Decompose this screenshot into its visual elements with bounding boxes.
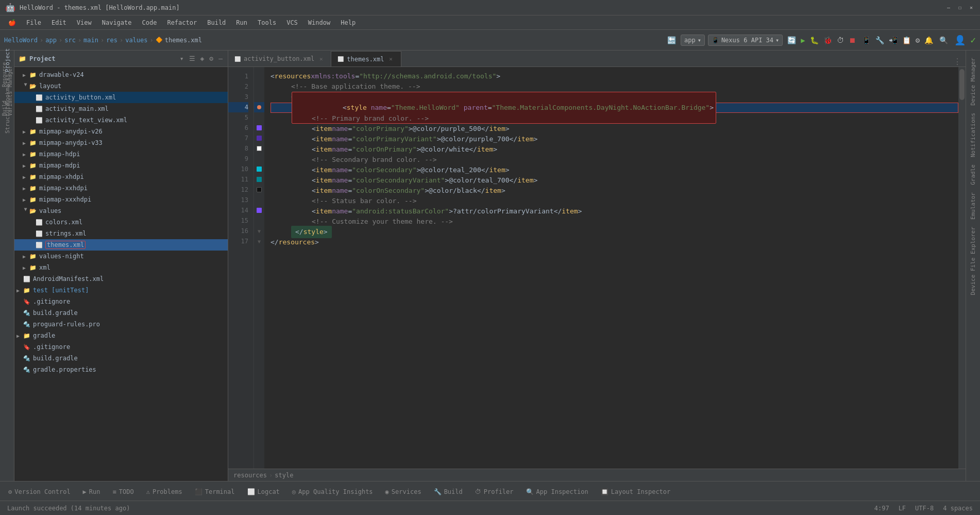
minimize-button[interactable]: — xyxy=(945,4,952,11)
git-icon[interactable]: 📋 xyxy=(901,35,913,46)
menu-run[interactable]: Run xyxy=(232,18,251,28)
tree-item-mipmap-xhdpi[interactable]: ▶ 📁 mipmap-xhdpi xyxy=(14,171,228,182)
tree-item-activity-button-xml[interactable]: ⬜ activity_button.xml xyxy=(14,92,228,103)
run-config-button[interactable]: app ▾ xyxy=(681,35,705,46)
breadcrumb-helloword[interactable]: HelloWord xyxy=(4,37,38,44)
menu-window[interactable]: Window xyxy=(304,18,334,28)
bottom-tab-todo[interactable]: ≡ TODO xyxy=(107,483,140,501)
project-options-dropdown[interactable]: ▾ xyxy=(179,54,185,63)
bottom-tab-layout-inspector[interactable]: 🔲 Layout Inspector xyxy=(595,483,677,501)
indent-setting[interactable]: 4 spaces xyxy=(940,501,976,515)
tree-item-themes-xml[interactable]: ⬜ themes.xml xyxy=(14,239,228,251)
tree-item-mipmap-mdpi[interactable]: ▶ 📁 mipmap-mdpi xyxy=(14,160,228,171)
tree-item-gradle-properties[interactable]: 🔩 gradle.properties xyxy=(14,364,228,375)
tree-item-xml[interactable]: ▶ 📁 xml xyxy=(14,262,228,273)
bottom-tab-version-control[interactable]: ⚙ Version Control xyxy=(2,483,77,501)
run-icon[interactable]: ▶ xyxy=(799,35,806,46)
device-selector-button[interactable]: 📱 Nexus 6 API 34 ▾ xyxy=(708,35,783,46)
menu-apple[interactable]: 🍎 xyxy=(4,18,20,28)
account-icon[interactable]: 👤 xyxy=(953,33,967,47)
tree-item-mipmap-xxhdpi[interactable]: ▶ 📁 mipmap-xxhdpi xyxy=(14,182,228,194)
stop-icon[interactable]: ⏹ xyxy=(847,35,857,46)
tree-item-values-night[interactable]: ▶ 📁 values-night xyxy=(14,251,228,262)
back-icon[interactable]: 🔙 xyxy=(666,35,678,46)
breadcrumb-resources[interactable]: resources xyxy=(233,472,267,479)
tree-item-colors-xml[interactable]: ⬜ colors.xml xyxy=(14,217,228,228)
tree-item-mipmap-anydpi-v26[interactable]: ▶ 📁 mipmap-anydpi-v26 xyxy=(14,126,228,137)
code-editor[interactable]: 1 2 3 4 5 6 7 8 9 10 11 12 13 14 15 16 1… xyxy=(228,67,966,469)
project-collapse-all-button[interactable]: ☰ xyxy=(188,54,196,63)
bottom-tab-build[interactable]: 🔧 Build xyxy=(428,483,469,501)
tree-item-gradle-folder[interactable]: ▶ 📁 gradle xyxy=(14,330,228,341)
bottom-tab-services[interactable]: ◉ Services xyxy=(379,483,428,501)
bottom-tab-profiler[interactable]: ⏱ Profiler xyxy=(469,483,520,501)
collapse-icon[interactable]: ▼ xyxy=(258,239,261,244)
search-everywhere-icon[interactable]: 🔍 xyxy=(938,35,950,46)
breadcrumb-style[interactable]: style xyxy=(275,472,293,479)
tree-item-test[interactable]: ▶ 📁 test [unitTest] xyxy=(14,285,228,296)
avd-icon[interactable]: 📲 xyxy=(887,35,899,46)
menu-edit[interactable]: Edit xyxy=(47,18,71,28)
sync-icon[interactable]: 🔄 xyxy=(786,35,798,46)
bottom-tab-run[interactable]: ▶ Run xyxy=(77,483,107,501)
emulator-panel-tab[interactable]: Emulator xyxy=(969,189,977,223)
gutter-line-16[interactable]: ▼ xyxy=(254,226,264,236)
bottom-tab-logcat[interactable]: ⬜ Logcat xyxy=(241,483,286,501)
bottom-tab-app-inspection[interactable]: 🔍 App Inspection xyxy=(520,483,595,501)
tab-activity-button-xml[interactable]: ⬜ activity_button.xml ✕ xyxy=(228,51,331,67)
notification-icon[interactable]: 🔔 xyxy=(923,35,935,46)
breadcrumb-main[interactable]: main xyxy=(83,37,98,44)
menu-navigate[interactable]: Navigate xyxy=(98,18,136,28)
menu-build[interactable]: Build xyxy=(203,18,230,28)
collapse-icon[interactable]: ▼ xyxy=(258,228,261,234)
tree-item-gitignore-global[interactable]: 🔖 .gitignore xyxy=(14,341,228,353)
tree-item-build-gradle-root[interactable]: 🔩 build.gradle xyxy=(14,353,228,364)
project-settings-button[interactable]: ⚙ xyxy=(208,54,214,63)
tab-close-button[interactable]: ✕ xyxy=(387,56,395,63)
project-scope-button[interactable]: ◈ xyxy=(199,54,206,63)
tree-item-mipmap-xxxhdpi[interactable]: ▶ 📁 mipmap-xxxhdpi xyxy=(14,194,228,205)
cursor-position[interactable]: 4:97 xyxy=(871,501,892,515)
maximize-button[interactable]: ☐ xyxy=(956,4,964,11)
tree-item-activity-main-xml[interactable]: ⬜ activity_main.xml xyxy=(14,103,228,114)
tree-item-mipmap-hdpi[interactable]: ▶ 📁 mipmap-hdpi xyxy=(14,148,228,160)
tree-item-androidmanifest-xml[interactable]: ⬜ AndroidManifest.xml xyxy=(14,273,228,285)
bottom-tab-problems[interactable]: ⚠ Problems xyxy=(140,483,189,501)
breadcrumb-app[interactable]: app xyxy=(45,37,57,44)
bottom-tab-terminal[interactable]: ⬛ Terminal xyxy=(189,483,241,501)
tree-item-activity-text-view-xml[interactable]: ⬜ activity_text_view.xml xyxy=(14,114,228,126)
sdk-manager-icon[interactable]: 🔧 xyxy=(874,35,886,46)
tab-close-button[interactable]: ✕ xyxy=(317,55,325,62)
breadcrumb-values[interactable]: values xyxy=(125,37,147,44)
device-file-explorer-panel-tab[interactable]: Device File Explorer xyxy=(969,224,977,298)
tree-item-build-gradle-app[interactable]: 🔩 build.gradle xyxy=(14,307,228,319)
breadcrumb-themes-xml[interactable]: themes.xml xyxy=(165,37,202,44)
editor-options-button[interactable]: ⋮ xyxy=(949,57,966,67)
notifications-panel-tab[interactable]: Notifications xyxy=(969,110,977,160)
breadcrumb-src[interactable]: src xyxy=(64,37,76,44)
tree-item-layout[interactable]: ▶ 📂 layout xyxy=(14,80,228,92)
menu-help[interactable]: Help xyxy=(336,18,360,28)
tree-item-drawable-v24[interactable]: ▶ 📁 drawable-v24 xyxy=(14,69,228,80)
menu-vcs[interactable]: VCS xyxy=(282,18,302,28)
coverage-icon[interactable]: 🐞 xyxy=(822,35,834,46)
menu-file[interactable]: File xyxy=(22,18,45,28)
project-minimize-button[interactable]: — xyxy=(217,54,224,63)
tree-item-strings-xml[interactable]: ⬜ strings.xml xyxy=(14,228,228,239)
code-content[interactable]: <resources xmlns:tools="http://schemas.a… xyxy=(264,67,958,469)
tab-themes-xml[interactable]: ⬜ themes.xml ✕ xyxy=(331,51,401,67)
structure-tab[interactable]: Structure xyxy=(2,112,13,124)
gradle-panel-tab[interactable]: Gradle xyxy=(969,161,977,188)
line-ending[interactable]: LF xyxy=(895,501,909,515)
settings-icon[interactable]: ⚙ xyxy=(914,35,921,46)
menu-refactor[interactable]: Refactor xyxy=(163,18,201,28)
device-manager-panel-tab[interactable]: Device Manager xyxy=(969,55,977,109)
menu-code[interactable]: Code xyxy=(138,18,161,28)
profile-icon[interactable]: ⏱ xyxy=(835,35,846,46)
debug-icon[interactable]: 🐛 xyxy=(808,35,820,46)
bottom-tab-app-quality-insights[interactable]: ◎ App Quality Insights xyxy=(286,483,379,501)
gutter-line-17[interactable]: ▼ xyxy=(254,236,264,246)
tree-item-values[interactable]: ▶ 📂 values xyxy=(14,205,228,217)
close-button[interactable]: ✕ xyxy=(968,4,975,11)
encoding[interactable]: UTF-8 xyxy=(912,501,937,515)
